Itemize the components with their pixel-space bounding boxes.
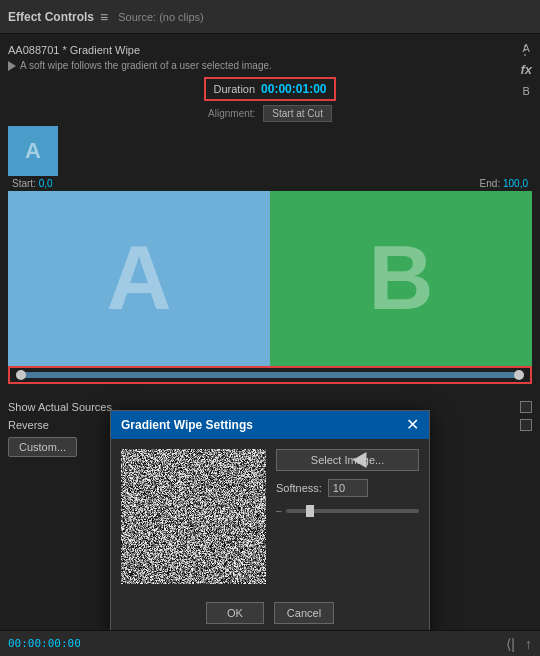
source-label: Source: (no clips) bbox=[118, 11, 204, 23]
alignment-row: Alignment: Start at Cut bbox=[8, 105, 532, 122]
modal-footer: OK Cancel bbox=[111, 594, 429, 634]
preview-panels: A B bbox=[8, 191, 532, 366]
noise-preview bbox=[121, 449, 266, 584]
thumbnail-box: A bbox=[8, 126, 58, 176]
a-icon[interactable]: A bbox=[519, 40, 534, 56]
softness-label: Softness: bbox=[276, 482, 322, 494]
show-actual-sources-checkbox[interactable] bbox=[520, 401, 532, 413]
alignment-label: Alignment: bbox=[208, 108, 255, 119]
start-label: Start: 0,0 bbox=[12, 178, 53, 189]
select-image-button[interactable]: Select Image... bbox=[276, 449, 419, 471]
transition-slider-track[interactable] bbox=[16, 372, 524, 378]
cancel-button[interactable]: Cancel bbox=[274, 602, 334, 624]
right-panel-icons: A fx B bbox=[516, 40, 536, 99]
thumbnail-letter: A bbox=[25, 138, 41, 164]
modal-close-button[interactable]: ✕ bbox=[406, 417, 419, 433]
custom-button[interactable]: Custom... bbox=[8, 437, 77, 457]
b-icon[interactable]: B bbox=[519, 83, 534, 99]
panel-a: A bbox=[8, 191, 270, 366]
modal-body: Select Image... Softness: – bbox=[111, 439, 429, 594]
fx-icon[interactable]: fx bbox=[516, 60, 536, 79]
alignment-button[interactable]: Start at Cut bbox=[263, 105, 332, 122]
reverse-label: Reverse bbox=[8, 419, 49, 431]
modal-title: Gradient Wipe Settings bbox=[121, 418, 253, 432]
end-value: 100,0 bbox=[503, 178, 528, 189]
play-button[interactable] bbox=[8, 61, 16, 71]
transition-slider-container bbox=[8, 366, 532, 384]
reverse-checkbox[interactable] bbox=[520, 419, 532, 431]
panel-body: AA088701 * Gradient Wipe ⋮ A soft wipe f… bbox=[0, 34, 540, 394]
transition-name: AA088701 * Gradient Wipe bbox=[8, 44, 140, 56]
slider-fill bbox=[21, 372, 519, 378]
softness-row: Softness: bbox=[276, 479, 419, 497]
panel-header: Effect Controls ≡ Source: (no clips) bbox=[0, 0, 540, 34]
description-row: A soft wipe follows the gradient of a us… bbox=[8, 60, 532, 71]
duration-label: Duration bbox=[214, 83, 256, 95]
footer-icons: ⟨| ↑ bbox=[506, 636, 532, 652]
duration-value[interactable]: 00:00:01:00 bbox=[261, 82, 326, 96]
preview-row: A bbox=[8, 126, 532, 176]
step-back-icon[interactable]: ⟨| bbox=[506, 636, 515, 652]
menu-icon[interactable]: ≡ bbox=[100, 9, 108, 25]
duration-box: Duration 00:00:01:00 bbox=[204, 77, 337, 101]
end-label: End: 100,0 bbox=[480, 178, 528, 189]
modal-header: Gradient Wipe Settings ✕ bbox=[111, 411, 429, 439]
slider-thumb-right[interactable] bbox=[514, 370, 524, 380]
transition-name-row: AA088701 * Gradient Wipe ⋮ bbox=[8, 38, 532, 60]
transition-description: A soft wipe follows the gradient of a us… bbox=[20, 60, 272, 71]
softness-slider-min: – bbox=[276, 505, 282, 516]
start-value: 0,0 bbox=[39, 178, 53, 189]
gradient-wipe-modal: Gradient Wipe Settings ✕ Select Image...… bbox=[110, 410, 430, 635]
export-icon[interactable]: ↑ bbox=[525, 636, 532, 652]
panel-footer: 00:00:00:00 ⟨| ↑ bbox=[0, 630, 540, 656]
show-actual-sources-label: Show Actual Sources bbox=[8, 401, 112, 413]
timecode: 00:00:00:00 bbox=[8, 637, 81, 650]
softness-slider-row: – bbox=[276, 505, 419, 516]
panel-title: Effect Controls bbox=[8, 10, 94, 24]
ok-button[interactable]: OK bbox=[206, 602, 264, 624]
panel-b: B bbox=[270, 191, 532, 366]
softness-input[interactable] bbox=[328, 479, 368, 497]
modal-controls: Select Image... Softness: – bbox=[276, 449, 419, 584]
start-end-row: Start: 0,0 End: 100,0 bbox=[8, 178, 532, 189]
softness-slider-track[interactable] bbox=[286, 509, 419, 513]
noise-canvas bbox=[121, 449, 266, 584]
duration-row: Duration 00:00:01:00 bbox=[8, 77, 532, 101]
slider-thumb-left[interactable] bbox=[16, 370, 26, 380]
softness-slider-thumb[interactable] bbox=[306, 505, 314, 517]
